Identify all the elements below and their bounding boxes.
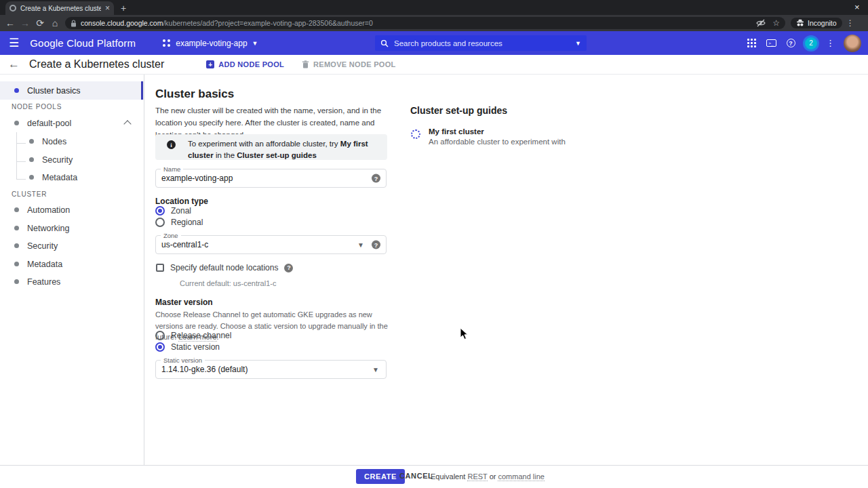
sidebar-item-security[interactable]: Security: [0, 237, 144, 255]
step-bullet-icon: [29, 175, 34, 180]
chevron-up-icon[interactable]: [123, 120, 131, 127]
radio-regional[interactable]: Regional: [155, 218, 203, 227]
cancel-button[interactable]: CANCEL: [399, 472, 433, 480]
sidebar-item-networking[interactable]: Networking: [0, 219, 144, 237]
name-help-icon[interactable]: ?: [372, 174, 380, 183]
name-field-label: Name: [161, 165, 183, 173]
home-icon[interactable]: ⌂: [47, 18, 62, 28]
header-menu-icon[interactable]: ⋮: [826, 38, 835, 48]
help-icon[interactable]: ?: [785, 38, 796, 49]
section-heading-cluster-basics: Cluster basics: [155, 87, 234, 101]
radio-on-icon: [155, 206, 165, 216]
remove-node-pool-button[interactable]: REMOVE NODE POOL: [302, 60, 396, 68]
zone-help-icon[interactable]: ?: [372, 241, 380, 249]
forward-icon[interactable]: →: [18, 18, 33, 28]
radio-static-version[interactable]: Static version: [155, 342, 220, 352]
cloud-shell-icon[interactable]: >_: [766, 38, 776, 49]
trash-icon: [302, 60, 309, 68]
sidebar-item-cluster-basics[interactable]: Cluster basics: [0, 81, 144, 100]
search-input[interactable]: Search products and resources ▼: [375, 35, 587, 51]
bookmark-star-icon[interactable]: ☆: [772, 18, 780, 28]
locations-help-icon[interactable]: ?: [284, 264, 293, 272]
back-icon[interactable]: ←: [3, 18, 18, 28]
hamburger-menu-icon[interactable]: ☰: [9, 36, 19, 50]
new-tab-button[interactable]: +: [121, 3, 126, 14]
current-default-text: Current default: us-central1-c: [180, 279, 276, 287]
browser-tab[interactable]: Create a Kubernetes cluster ×: [5, 1, 114, 15]
guide-item-my-first-cluster[interactable]: My first cluster An affordable cluster t…: [411, 127, 566, 146]
sidebar-item-label: default-pool: [27, 119, 71, 128]
project-name: example-voting-app: [176, 39, 247, 48]
brand-title[interactable]: Google Cloud Platform: [30, 37, 136, 49]
step-bullet-icon: [14, 279, 19, 284]
radio-off-icon: [155, 218, 165, 227]
sidebar-section-node-pools: NODE POOLS: [12, 103, 62, 110]
address-bar[interactable]: console.cloud.google.com/kubernetes/add?…: [65, 17, 785, 29]
checkbox-off-icon: [156, 264, 164, 272]
info-banner-text: To experiment with an affordable cluster…: [188, 138, 379, 161]
back-arrow-icon[interactable]: ←: [8, 58, 20, 71]
location-type-heading: Location type: [155, 197, 208, 206]
search-chevron-down-icon[interactable]: ▼: [575, 40, 581, 47]
sidebar-item-automation[interactable]: Automation: [0, 201, 144, 219]
cluster-guide-icon: [411, 129, 420, 139]
create-button[interactable]: CREATE: [356, 469, 405, 484]
sidebar-item-label: Features: [27, 277, 60, 287]
tab-title: Create a Kubernetes cluster: [20, 5, 101, 12]
sidebar-item-pool-security[interactable]: Security: [0, 150, 144, 169]
rest-link[interactable]: REST: [467, 472, 487, 481]
sidebar-item-default-pool[interactable]: default-pool: [0, 114, 144, 132]
chevron-down-icon: ▼: [252, 40, 258, 47]
browser-toolbar: ← → ⟳ ⌂ console.cloud.google.com/kuberne…: [0, 15, 868, 31]
zone-select-label: Zone: [161, 232, 181, 239]
browser-menu-icon[interactable]: ⋮: [846, 18, 854, 28]
sidebar-item-label: Metadata: [27, 260, 62, 269]
step-bullet-icon: [29, 157, 34, 162]
radio-off-icon: [155, 331, 165, 340]
step-bullet-icon: [14, 226, 19, 230]
sidebar-item-label: Networking: [27, 224, 70, 233]
sidebar-section-cluster: CLUSTER: [12, 190, 47, 198]
sidebar-item-label: Security: [27, 241, 58, 251]
info-banner: i To experiment with an affordable clust…: [155, 134, 387, 160]
command-line-link[interactable]: command line: [498, 472, 544, 481]
sidebar-item-label: Nodes: [42, 137, 66, 146]
tab-close-icon[interactable]: ×: [105, 4, 110, 12]
window-close-icon[interactable]: ×: [854, 2, 860, 12]
radio-release-channel[interactable]: Release channel: [155, 331, 231, 340]
name-field[interactable]: Name example-voting-app ?: [155, 169, 387, 188]
notifications-badge[interactable]: 2: [805, 37, 817, 49]
dropdown-arrow-icon: ▼: [357, 241, 364, 249]
reload-icon[interactable]: ⟳: [33, 18, 47, 28]
static-version-select[interactable]: Static version 1.14.10-gke.36 (default) …: [155, 360, 387, 379]
header-actions: >_ ? 2 ⋮: [746, 31, 861, 55]
incognito-icon: [796, 19, 804, 27]
sidebar-item-label: Automation: [27, 205, 70, 215]
step-bullet-icon: [14, 262, 19, 266]
sidebar-item-metadata[interactable]: Metadata: [0, 255, 144, 273]
add-node-pool-button[interactable]: + ADD NODE POOL: [206, 60, 284, 68]
sidebar-item-pool-metadata[interactable]: Metadata: [0, 168, 144, 186]
project-picker[interactable]: example-voting-app ▼: [163, 39, 258, 48]
step-bullet-icon: [29, 139, 34, 144]
zone-select-value: us-central1-c: [161, 240, 208, 249]
sidebar-nav: Cluster basics NODE POOLS default-pool N…: [0, 75, 144, 465]
info-icon: i: [167, 140, 176, 149]
apps-grid-icon[interactable]: [746, 38, 757, 49]
radio-zonal[interactable]: Zonal: [155, 206, 191, 216]
default-node-locations-checkbox[interactable]: Specify default node locations ?: [156, 263, 293, 272]
eye-off-icon[interactable]: [756, 19, 766, 27]
url-text: console.cloud.google.com/kubernetes/add?…: [81, 19, 752, 27]
lock-icon: [71, 20, 77, 27]
dropdown-arrow-icon: ▼: [372, 366, 379, 373]
name-field-value: example-voting-app: [161, 174, 233, 183]
sidebar-item-label: Security: [42, 155, 73, 165]
radio-on-icon: [155, 342, 165, 352]
zone-select[interactable]: Zone us-central1-c ▼ ?: [155, 235, 387, 254]
guide-title: My first cluster: [429, 127, 566, 136]
sidebar-item-label: Metadata: [42, 173, 77, 182]
sidebar-item-nodes[interactable]: Nodes: [0, 132, 144, 150]
sidebar-item-features[interactable]: Features: [0, 272, 144, 291]
guide-subtitle: An affordable cluster to experiment with: [429, 138, 566, 146]
avatar[interactable]: [844, 35, 861, 52]
